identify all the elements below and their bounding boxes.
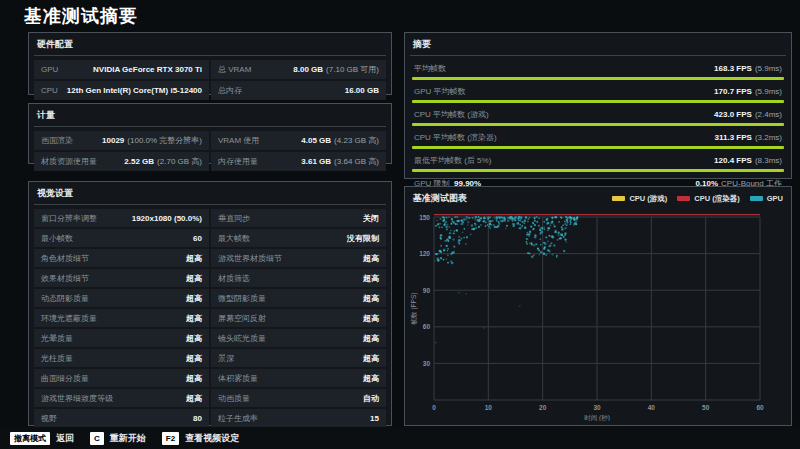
chart-legend: CPU (游戏) CPU (渲染器) GPU [612, 194, 783, 204]
setting-label: 光晕质量 [41, 333, 73, 344]
setting-label: 景深 [218, 353, 234, 364]
setting-value: 8.00 GB [293, 65, 323, 74]
setting-value: 超高 [186, 254, 202, 263]
summary-rows: 平均帧数 168.3 FPS(5.9ms) GPU 平均帧数 170.7 FPS… [410, 60, 786, 172]
setting-value: 80 [193, 414, 202, 423]
shortcut-action-label: 查看视频设定 [185, 432, 239, 445]
summary-row-frametime: (8.3ms) [755, 156, 782, 165]
key-badge[interactable]: F2 [162, 432, 179, 445]
legend-color-swatch-icon [612, 196, 625, 201]
setting-value: 自动 [363, 394, 379, 403]
setting-extra: (100.0% 完整分辨率) [127, 136, 202, 145]
summary-row: GPU 平均帧数 170.7 FPS(5.9ms) [412, 85, 784, 103]
setting-value: 超高 [186, 394, 202, 403]
setting-value: 2.52 GB [124, 157, 154, 166]
setting-label: 材质资源使用量 [41, 156, 97, 167]
svg-text:帧数 (FPS): 帧数 (FPS) [410, 293, 418, 325]
hardware-cell: 总内存 16.00 GB [211, 81, 386, 100]
legend-label: CPU (渲染器) [694, 194, 739, 204]
setting-label: 游戏世界细致度等级 [41, 393, 113, 404]
setting-label: 环境光遮蔽质量 [41, 313, 97, 324]
setting-value: 超高 [363, 294, 379, 303]
legend-item: GPU [750, 194, 783, 203]
svg-text:时间 (秒): 时间 (秒) [584, 414, 610, 421]
setting-label: 粒子生成率 [218, 413, 258, 424]
fps-bar [412, 146, 784, 149]
summary-row-fps: 120.4 FPS [714, 156, 752, 165]
setting-extra: (3.64 GB 高) [334, 157, 379, 166]
footer-shortcut[interactable]: 撤离模式 返回 [10, 432, 74, 445]
section-summary: 摘要 平均帧数 168.3 FPS(5.9ms) GPU 平均帧数 170.7 … [404, 32, 792, 179]
svg-text:40: 40 [648, 404, 656, 411]
setting-value: 超高 [186, 334, 202, 343]
legend-color-swatch-icon [750, 196, 763, 201]
key-badge[interactable]: C [90, 432, 104, 445]
fps-bar [412, 100, 784, 103]
setting-label: 动态阴影质量 [41, 293, 89, 304]
hardware-cell: CPU 12th Gen Intel(R) Core(TM) i5-12400 [34, 81, 209, 100]
setting-label: 曲面细分质量 [41, 373, 89, 384]
setting-value: 超高 [363, 274, 379, 283]
visual-setting-cell: 景深 超高 [211, 349, 386, 367]
legend-item: CPU (渲染器) [677, 194, 739, 204]
visual-setting-cell: 动态阴影质量 超高 [34, 289, 209, 307]
summary-row-label: 最低平均帧数 (后 5%) [414, 155, 491, 166]
setting-label: 微型阴影质量 [218, 293, 266, 304]
setting-value: 超高 [363, 314, 379, 323]
visual-setting-cell: 粒子生成率 15 [211, 409, 386, 427]
footer-shortcut-bar: 撤离模式 返回 C 重新开始 F2 查看视频设定 [0, 427, 800, 449]
svg-text:30: 30 [593, 404, 601, 411]
visual-setting-cell: 屏幕空间反射 超高 [211, 309, 386, 327]
setting-value: 60 [193, 234, 202, 243]
visual-setting-cell: 光晕质量 超高 [34, 329, 209, 347]
legend-item: CPU (游戏) [612, 194, 667, 204]
setting-label: 动画质量 [218, 393, 250, 404]
setting-extra: (7.10 GB 可用) [326, 65, 379, 74]
setting-value: 关闭 [363, 214, 379, 223]
summary-row-fps: 423.0 FPS [714, 110, 752, 119]
setting-value: 1920x1080 (50.0%) [132, 214, 202, 223]
svg-text:60: 60 [423, 323, 431, 330]
visual-setting-cell: 曲面细分质量 超高 [34, 369, 209, 387]
visual-setting-cell: 窗口分辨率调整 1920x1080 (50.0%) [34, 209, 209, 227]
key-badge[interactable]: 撤离模式 [10, 432, 50, 445]
setting-value: 10029 [102, 136, 124, 145]
setting-label: GPU [41, 65, 58, 74]
metric-cell: 内存使用量 3.61 GB(3.64 GB 高) [211, 152, 386, 171]
setting-value: 超高 [186, 354, 202, 363]
metric-cell: 材质资源使用量 2.52 GB(2.70 GB 高) [34, 152, 209, 171]
footer-shortcut[interactable]: F2 查看视频设定 [162, 432, 239, 445]
hardware-section-title: 硬件配置 [34, 33, 386, 56]
setting-label: 内存使用量 [218, 156, 258, 167]
footer-shortcut[interactable]: C 重新开始 [90, 432, 146, 445]
setting-label: 总内存 [218, 85, 242, 96]
section-metrics: 计量 画面渲染 10029(100.0% 完整分辨率) VRAM 使用 4.05… [28, 103, 392, 164]
summary-row-label: CPU 平均帧数 (游戏) [414, 109, 489, 120]
setting-label: 画面渲染 [41, 135, 73, 146]
setting-value: 超高 [363, 374, 379, 383]
summary-row-frametime: (2.4ms) [755, 110, 782, 119]
setting-value: 没有限制 [347, 234, 379, 243]
visual-setting-cell: 角色材质细节 超高 [34, 249, 209, 267]
visual-setting-cell: 最大帧数 没有限制 [211, 229, 386, 247]
setting-label: 效果材质细节 [41, 273, 89, 284]
summary-row: 最低平均帧数 (后 5%) 120.4 FPS(8.3ms) [412, 154, 784, 172]
setting-label: 角色材质细节 [41, 253, 89, 264]
summary-row-fps: 168.3 FPS [714, 64, 752, 73]
setting-label: 垂直同步 [218, 213, 250, 224]
benchmark-chart: 0102030405060306090120150时间 (秒)帧数 (FPS) [410, 207, 786, 421]
fps-bar [412, 123, 784, 126]
setting-label: 镜头眩光质量 [218, 333, 266, 344]
setting-value: 超高 [363, 254, 379, 263]
setting-label: 体积雾质量 [218, 373, 258, 384]
setting-label: 游戏世界材质细节 [218, 253, 282, 264]
visual-setting-cell: 镜头眩光质量 超高 [211, 329, 386, 347]
summary-row-label: 平均帧数 [414, 63, 446, 74]
svg-text:20: 20 [539, 404, 547, 411]
summary-row-frametime: (5.9ms) [755, 64, 782, 73]
setting-label: 最大帧数 [218, 233, 250, 244]
setting-label: 材质筛选 [218, 273, 250, 284]
summary-section-title: 摘要 [410, 33, 786, 56]
svg-text:0: 0 [432, 404, 436, 411]
setting-value: 16.00 GB [345, 86, 379, 95]
